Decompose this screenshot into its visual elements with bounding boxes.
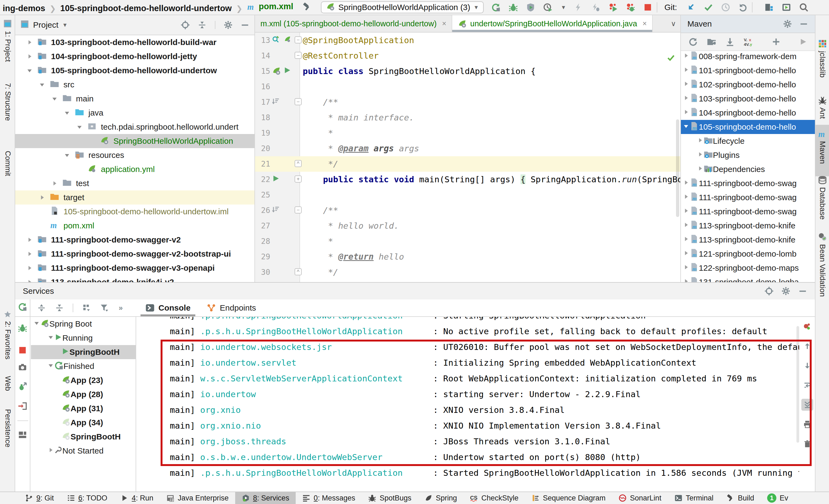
project-tree-item[interactable]: 113-springboot-demo-knife4j-v2 <box>15 275 254 282</box>
chevron-right-icon[interactable] <box>683 278 690 282</box>
console-scrollbar[interactable] <box>796 326 799 443</box>
chevron-right-icon[interactable] <box>683 108 690 117</box>
toolwindow-button-jclasslib[interactable]: jclasslib <box>816 39 829 78</box>
toolwindow-button-maven[interactable]: mMaven <box>816 129 829 164</box>
editor-tab[interactable]: m.xml (105-springboot-demo-helloworld-un… <box>255 15 452 32</box>
run-anything-icon[interactable] <box>782 3 791 12</box>
toolwindow-button-persistence[interactable]: Persistence <box>0 409 15 447</box>
run-configuration-select[interactable]: SpringBootHelloWorldApplication (3) ▼ <box>321 1 484 13</box>
maven-tree-item[interactable]: Lifecycle <box>681 134 815 148</box>
fold-marker[interactable]: − <box>295 36 302 43</box>
statusbar-item-ev[interactable]: 1Ev <box>761 492 795 504</box>
commit-check-icon[interactable] <box>704 3 713 12</box>
statusbar-item-6-todo[interactable]: 6: TODO <box>61 492 114 504</box>
fold-marker[interactable]: ^ <box>295 268 302 275</box>
maven-tree-item[interactable]: m105-springboot-demo-hello <box>681 120 815 134</box>
code-area[interactable]: 13 − @SpringBootApplication 14 − @RestCo… <box>255 33 680 282</box>
chevron-right-icon[interactable] <box>38 194 46 201</box>
spring-console-icon[interactable] <box>801 321 813 332</box>
chevron-right-icon[interactable] <box>683 66 690 75</box>
chevron-right-icon[interactable] <box>683 207 690 216</box>
settings-icon[interactable] <box>781 286 791 296</box>
project-tree-item[interactable]: 105-springboot-demo-helloworld-undertow <box>15 64 254 78</box>
code-line[interactable]: 29 * @return hello <box>255 249 680 264</box>
code-line[interactable]: 13 − @SpringBootApplication <box>255 33 680 48</box>
maven-tree-item[interactable]: Plugins <box>681 148 815 162</box>
code-line[interactable]: 16 <box>255 79 680 95</box>
code-line[interactable]: 19 * <box>255 125 680 141</box>
chevron-right-icon[interactable] <box>26 264 34 272</box>
project-tree-item[interactable]: application.yml <box>15 162 254 176</box>
breadcrumb-item[interactable]: ing-demos <box>3 3 45 13</box>
coverage-icon[interactable] <box>526 3 535 12</box>
chevron-right-icon[interactable] <box>26 53 34 60</box>
services-tree-item[interactable]: Spring Boot <box>31 317 136 331</box>
debug-bug-icon[interactable] <box>18 323 27 334</box>
chevron-right-icon[interactable] <box>26 39 34 46</box>
rerun-icon[interactable] <box>18 302 27 313</box>
services-tab-endpoints[interactable]: Endpoints <box>205 299 258 316</box>
statusbar-item-sequence-diagram[interactable]: Sequence Diagram <box>525 492 612 504</box>
project-tree-item[interactable]: 111-springboot-demo-swagger-v2 <box>15 233 254 247</box>
history-icon[interactable] <box>721 3 730 12</box>
statusbar-item-spotbugs[interactable]: SpotBugs <box>362 492 418 504</box>
code-line[interactable]: 20 * @param args args <box>255 141 680 156</box>
maven-tree-item[interactable]: m101-springboot-demo-hello <box>681 64 815 78</box>
chevron-right-icon[interactable] <box>697 165 704 174</box>
inspection-ok-icon[interactable] <box>667 54 675 63</box>
maven-tree-item[interactable]: m111-springboot-demo-swag <box>681 190 815 205</box>
code-line[interactable]: 14 − @RestController <box>255 48 680 64</box>
chevron-down-icon[interactable] <box>63 109 71 116</box>
services-tab-console[interactable]: Console <box>143 299 192 316</box>
code-line[interactable]: 17 − /** <box>255 95 680 110</box>
toolwindow-button-commit[interactable]: Commit <box>0 151 15 176</box>
maven-tree-item[interactable]: m122-springboot-demo-maps <box>681 261 815 275</box>
bug-arrow-icon[interactable] <box>18 382 27 392</box>
statusbar-item-0-messages[interactable]: 0: Messages <box>296 492 362 504</box>
chevron-right-icon[interactable] <box>683 221 690 230</box>
hide-icon[interactable] <box>799 19 808 29</box>
exit-icon[interactable] <box>18 401 27 412</box>
chevron-right-icon[interactable] <box>683 52 690 61</box>
chevron-down-white-icon[interactable] <box>683 122 690 132</box>
hide-icon[interactable] <box>240 20 250 30</box>
maven-tree-item[interactable]: m103-springboot-demo-hello <box>681 92 815 106</box>
statusbar-item-4-run[interactable]: 4: Run <box>114 492 160 504</box>
update-icon[interactable] <box>686 3 695 12</box>
services-tree-item[interactable]: Running <box>31 331 136 345</box>
chevron-down-icon[interactable] <box>47 333 54 343</box>
toolwindow-button-web[interactable]: Web <box>0 376 15 391</box>
spring-boot-icon[interactable] <box>272 66 281 75</box>
toolwindow-button-bean-validation[interactable]: Bean Validation <box>816 232 829 297</box>
maven-tree-item[interactable]: m102-springboot-demo-hello <box>681 78 815 92</box>
project-tree-item[interactable]: main <box>15 92 254 106</box>
chevron-down-icon[interactable]: ▼ <box>62 22 68 28</box>
chevron-right-icon[interactable] <box>26 236 34 243</box>
download-icon[interactable] <box>725 37 734 46</box>
chevron-right-icon[interactable] <box>683 94 690 103</box>
maven-tree-item[interactable]: m113-springboot-demo-knife <box>681 219 815 233</box>
statusbar-item-spring[interactable]: Spring <box>418 492 464 504</box>
dashboard-icon[interactable] <box>18 430 27 440</box>
lightning-bug-icon[interactable] <box>591 3 600 12</box>
project-tree-item[interactable]: test <box>15 176 254 190</box>
services-tree-item[interactable]: App (28) <box>31 387 136 401</box>
gutter-spring2-icon[interactable] <box>283 35 291 43</box>
chevron-down-icon[interactable] <box>33 319 40 328</box>
services-tree-item[interactable]: App (31) <box>31 401 136 416</box>
tab-list-dropdown-icon[interactable]: ∨ <box>671 20 676 28</box>
scroll-end-icon[interactable] <box>801 399 813 411</box>
settings-icon[interactable] <box>223 20 233 30</box>
trash-icon[interactable] <box>801 438 813 450</box>
project-tree-item[interactable]: java <box>15 106 254 120</box>
close-icon[interactable]: × <box>643 20 647 28</box>
services-tree-item[interactable]: SpringBootH <box>31 345 136 359</box>
services-tree-item[interactable]: App (34) <box>31 416 136 430</box>
chevron-down-icon[interactable] <box>50 95 59 102</box>
project-tree-item[interactable]: 111-springboot-demo-swagger-v2-bootstrap… <box>15 247 254 261</box>
maven-tree-item[interactable]: m131-springboot-demo-logba <box>681 275 815 282</box>
close-icon[interactable]: × <box>442 20 446 28</box>
chevron-down-icon[interactable] <box>38 81 46 88</box>
gutter-spring1-icon[interactable] <box>272 35 280 43</box>
chevron-right-icon[interactable] <box>683 235 690 244</box>
